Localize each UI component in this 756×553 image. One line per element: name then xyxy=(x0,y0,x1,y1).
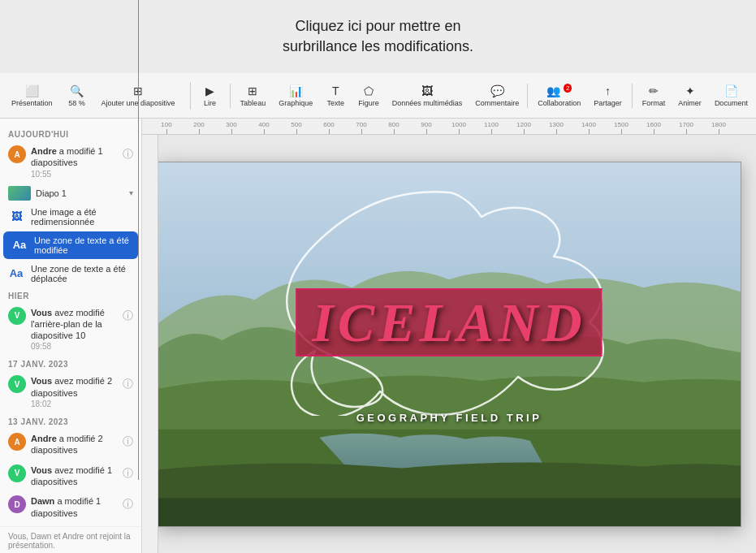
document-label: Document xyxy=(715,99,748,107)
avatar-vous-jan17: V xyxy=(8,375,26,393)
presentation-label: Présentation xyxy=(11,99,53,107)
mod-text-image: Une image a été redimensionnée xyxy=(31,207,133,227)
chart-icon: 📊 xyxy=(289,84,303,97)
avatar-andre-jan13: A xyxy=(8,433,26,451)
mod-item-textzone-moved[interactable]: Aa Une zone de texte a été déplacée xyxy=(0,261,141,287)
share-button[interactable]: ↑ Partager xyxy=(589,82,627,110)
info-icon-vous-jan13[interactable]: ⓘ xyxy=(123,466,133,481)
activity-text-andre-jan13: Andre a modifié 2 diapositives xyxy=(31,433,118,456)
media-button[interactable]: 🖼 Données multimédias xyxy=(387,82,468,110)
toolbar-separator-3 xyxy=(632,84,633,108)
play-label: Lire xyxy=(204,99,216,107)
ruler-tick: 1700 xyxy=(670,121,702,134)
activity-time-jan17: 18:02 xyxy=(31,400,118,408)
document-button[interactable]: 📄 Document xyxy=(710,82,753,110)
bottom-note: Vous, Dawn et Andre ont rejoint la prése… xyxy=(0,526,141,553)
shape-icon: ⬠ xyxy=(364,84,374,97)
format-label: Format xyxy=(642,99,666,107)
format-icon: ✏ xyxy=(649,84,659,97)
activity-text: Andre a modifié 1 diapositives xyxy=(31,145,118,169)
ruler-tick: 1000 xyxy=(443,121,475,134)
activity-text-jan17: Vous avez modifié 2 diapositives xyxy=(31,375,118,399)
svg-rect-2 xyxy=(158,498,741,526)
chart-button[interactable]: 📊 Graphique xyxy=(274,82,318,110)
table-label: Tableau xyxy=(240,99,266,107)
activity-user-jan17: Vous xyxy=(31,376,52,386)
ruler-tick: 100 xyxy=(150,121,183,134)
activity-item-vous-hier[interactable]: V Vous avez modifié l'arrière-plan de la… xyxy=(0,303,141,356)
date-header-today: AUJOURD'HUI xyxy=(0,125,141,141)
comment-icon: 💬 xyxy=(490,84,504,97)
animate-icon: ✦ xyxy=(685,84,695,97)
toolbar-center: ▶ Lire ⊞ Tableau 📊 Graphique T Texte ⬠ F… xyxy=(196,82,525,110)
activity-item-vous-jan13[interactable]: V Vous avez modifié 1 diapositives ⓘ xyxy=(0,460,141,492)
collaboration-button[interactable]: 👥 2 Collaboration xyxy=(533,82,585,110)
vertical-ruler xyxy=(142,135,158,553)
shape-button[interactable]: ⬠ Figure xyxy=(353,82,384,110)
tooltip-line2: surbrillance les modifications. xyxy=(283,38,473,54)
mod-text-modified: Une zone de texte a été modifiée xyxy=(34,235,130,255)
info-icon-andre-jan13[interactable]: ⓘ xyxy=(123,434,133,449)
activity-text-block-dawn-jan13: Dawn a modifié 1 diapositives xyxy=(31,495,118,519)
toolbar-left: ⬜ Présentation 🔍 58 % ⊞ Ajouter une diap… xyxy=(6,82,191,110)
tooltip-indicator-line xyxy=(138,0,139,480)
activity-item-dawn-jan13[interactable]: D Dawn a modifié 1 diapositives ⓘ xyxy=(0,491,141,523)
comment-button[interactable]: 💬 Commentaire xyxy=(470,82,524,110)
ruler-tick: 1300 xyxy=(540,121,572,134)
mod-item-textzone-modified[interactable]: Aa Une zone de texte a été modifiée xyxy=(3,231,138,259)
collab-label: Collaboration xyxy=(538,99,581,107)
toolbar-right: 👥 2 Collaboration ↑ Partager ✏ Format ✦ … xyxy=(525,82,753,110)
avatar-andre: A xyxy=(8,145,26,163)
ruler-tick: 200 xyxy=(183,121,215,134)
main-canvas[interactable]: ICELAND GEOGRAPHY FIELD TRIP xyxy=(142,135,756,553)
shape-label: Figure xyxy=(358,99,379,107)
activity-item-andre[interactable]: A Andre a modifié 1 diapositives 10:55 ⓘ xyxy=(0,141,141,183)
ruler-tick: 900 xyxy=(410,121,443,134)
presentation-button[interactable]: ⬜ Présentation xyxy=(6,82,58,110)
activity-info-icon[interactable]: ⓘ xyxy=(123,147,133,162)
activity-text-block-jan17: Vous avez modifié 2 diapositives 18:02 xyxy=(31,375,118,408)
media-label: Données multimédias xyxy=(392,99,463,107)
comment-label: Commentaire xyxy=(475,99,519,107)
ruler-tick: 1600 xyxy=(637,121,670,134)
ruler-tick: 1500 xyxy=(605,121,637,134)
user-vous-jan13: Vous xyxy=(31,465,52,475)
activity-text-dawn-jan13: Dawn a modifié 1 diapositives xyxy=(31,495,118,519)
slide-container[interactable]: ICELAND GEOGRAPHY FIELD TRIP xyxy=(157,162,741,527)
text-mod-icon-active: Aa xyxy=(11,239,28,251)
activity-info-icon-jan17[interactable]: ⓘ xyxy=(123,377,133,391)
sidebar-content[interactable]: AUJOURD'HUI A Andre a modifié 1 diaposit… xyxy=(0,119,141,553)
activity-text-block: Andre a modifié 1 diapositives 10:55 xyxy=(31,145,118,179)
text-button[interactable]: T Texte xyxy=(321,82,350,110)
ruler-tick: 1200 xyxy=(508,121,540,134)
activity-text-vous-jan13: Vous avez modifié 1 diapositives xyxy=(31,464,118,488)
activity-item-andre-jan13[interactable]: A Andre a modifié 2 diapositives ⓘ xyxy=(0,429,141,460)
tooltip-text: Cliquez ici pour mettre en surbrillance … xyxy=(283,16,473,57)
ruler-tick: 600 xyxy=(313,121,345,134)
diapo-row[interactable]: Diapo 1 ▾ xyxy=(0,183,141,204)
share-icon: ↑ xyxy=(605,84,611,97)
presentation-icon: ⬜ xyxy=(25,84,39,97)
tooltip-area: Cliquez ici pour mettre en surbrillance … xyxy=(0,0,756,73)
activity-item-vous-jan17[interactable]: V Vous avez modifié 2 diapositives 18:02… xyxy=(0,371,141,413)
info-icon-dawn-jan13[interactable]: ⓘ xyxy=(123,497,133,512)
chart-label: Graphique xyxy=(279,99,313,107)
ruler-tick: 1400 xyxy=(572,121,605,134)
table-button[interactable]: ⊞ Tableau xyxy=(235,82,271,110)
iceland-text: ICELAND xyxy=(312,295,585,350)
geography-text: GEOGRAPHY FIELD TRIP xyxy=(356,412,542,424)
collab-icon: 👥 2 xyxy=(546,84,572,97)
play-button[interactable]: ▶ Lire xyxy=(196,82,225,110)
mod-item-image[interactable]: 🖼 Une image a été redimensionnée xyxy=(0,204,141,230)
animate-button[interactable]: ✦ Animer xyxy=(673,82,706,110)
animate-label: Animer xyxy=(678,99,702,107)
activity-user: Andre xyxy=(31,146,57,156)
zoom-button[interactable]: 🔍 58 % xyxy=(63,82,92,110)
activity-text-block-vous-jan13: Vous avez modifié 1 diapositives xyxy=(31,464,118,488)
chevron-down-icon[interactable]: ▾ xyxy=(129,188,133,197)
activity-text-block-andre-jan13: Andre a modifié 2 diapositives xyxy=(31,433,118,456)
format-button[interactable]: ✏ Format xyxy=(637,82,671,110)
activity-info-icon-hier[interactable]: ⓘ xyxy=(123,309,133,323)
diapo-label: Diapo 1 xyxy=(36,188,124,198)
text-label: Texte xyxy=(326,99,344,107)
